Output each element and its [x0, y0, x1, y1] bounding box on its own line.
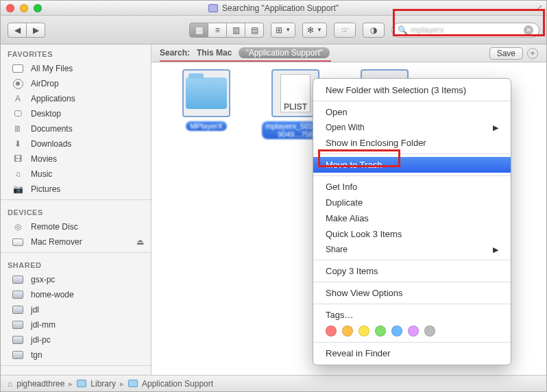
forward-button[interactable]: ▶: [26, 23, 45, 38]
path-library[interactable]: Library: [90, 379, 116, 389]
path-bar: ⌂ pigheadthree ▸ Library ▸ Application S…: [1, 375, 546, 391]
desktop-icon: 🖵: [12, 108, 24, 119]
icon-view-button[interactable]: ▦: [189, 23, 208, 38]
sidebar-item-all-my-files[interactable]: All My Files: [1, 61, 151, 76]
remote-disc-icon: ◎: [12, 221, 24, 232]
sidebar-item-label: Downloads: [31, 139, 71, 149]
nav-buttons: ◀ ▶: [8, 23, 45, 38]
eject-icon[interactable]: ⏏: [136, 237, 144, 247]
share-icon: ☞: [341, 25, 349, 35]
sidebar-item-jdl-pc[interactable]: jdl-pc: [1, 332, 151, 347]
chevron-right-icon: ▶: [493, 245, 498, 254]
tag-blue[interactable]: [391, 326, 402, 336]
sidebar-item-jdl-mm[interactable]: jdl-mm: [1, 317, 151, 332]
result-folder-label: MPlayerX: [186, 121, 227, 131]
sidebar-item-desktop[interactable]: 🖵Desktop: [1, 106, 151, 121]
tag-yellow[interactable]: [358, 326, 369, 336]
ctx-new-folder-selection[interactable]: New Folder with Selection (3 Items): [313, 82, 511, 98]
column-view-button[interactable]: ▥: [226, 23, 245, 38]
search-icon: 🔍: [398, 25, 408, 35]
sidebar-item-downloads[interactable]: ⬇Downloads: [1, 136, 151, 151]
sidebar-item-label: Mac Remover: [31, 237, 82, 247]
add-search-rule-button[interactable]: ＋: [527, 48, 538, 59]
sidebar-item-gsx-pc[interactable]: gsx-pc: [1, 272, 151, 287]
path-appsupport[interactable]: Application Support: [142, 379, 213, 389]
share-button[interactable]: ☞: [334, 23, 356, 38]
sidebar-item-label: tgn: [31, 350, 42, 360]
ctx-quick-look[interactable]: Quick Look 3 Items: [313, 226, 511, 242]
applications-icon: A: [12, 93, 24, 104]
ctx-make-alias[interactable]: Make Alias: [313, 210, 511, 226]
sidebar-item-label: Applications: [31, 94, 75, 103]
sidebar-item-label: Desktop: [31, 109, 61, 119]
tag-orange[interactable]: [342, 326, 353, 336]
scope-this-mac[interactable]: This Mac: [197, 48, 232, 58]
sidebar-item-movies[interactable]: 🎞Movies: [1, 151, 151, 167]
shared-header: SHARED: [1, 256, 151, 272]
tag-purple[interactable]: [408, 326, 419, 336]
tag-green[interactable]: [375, 326, 386, 336]
tag-red[interactable]: [326, 326, 337, 336]
search-query-text: mplayerx: [411, 25, 444, 35]
ctx-reveal-in-finder[interactable]: Reveal in Finder: [313, 345, 511, 361]
search-folder-icon: [208, 4, 218, 12]
ctx-share[interactable]: Share▶: [313, 242, 511, 257]
plist-icon: PLIST: [280, 74, 311, 112]
toolbar: ◀ ▶ ▦ ≡ ▥ ▤ ⊞▼ ✻▼ ☞ ◑ 🔍 mplayerx ✕: [1, 16, 546, 45]
sidebar-item-mac-remover[interactable]: Mac Remover⏏: [1, 234, 151, 249]
back-button[interactable]: ◀: [8, 23, 27, 38]
search-scope-label: Search:: [160, 48, 190, 58]
ctx-move-to-trash[interactable]: Move to Trash: [313, 157, 511, 173]
ctx-copy[interactable]: Copy 3 Items: [313, 263, 511, 279]
arrange-icon: ⊞: [276, 25, 282, 35]
tag-icon: ◑: [370, 25, 377, 35]
chevron-right-icon: ▶: [493, 123, 498, 132]
sidebar-item-airdrop[interactable]: AirDrop: [1, 76, 151, 91]
ctx-open-with[interactable]: Open With▶: [313, 120, 511, 135]
ctx-open[interactable]: Open: [313, 104, 511, 120]
music-icon: ♫: [12, 169, 24, 180]
clear-search-button[interactable]: ✕: [524, 25, 533, 35]
sidebar-item-documents[interactable]: 🗎Documents: [1, 121, 151, 136]
ctx-tags[interactable]: Tags…: [313, 307, 511, 323]
folder-icon: [186, 77, 227, 109]
sidebar-item-jdl[interactable]: jdl: [1, 302, 151, 317]
sidebar-item-tgn[interactable]: tgn: [1, 347, 151, 363]
list-view-button[interactable]: ≡: [208, 23, 227, 38]
network-computer-icon: [12, 306, 23, 314]
save-search-button[interactable]: Save: [489, 47, 523, 60]
sidebar-item-applications[interactable]: AApplications: [1, 91, 151, 106]
tags-button[interactable]: ◑: [363, 23, 385, 38]
ctx-show-enclosing[interactable]: Show in Enclosing Folder: [313, 135, 511, 151]
result-folder[interactable]: MPlayerX: [179, 69, 234, 131]
sidebar-item-remote-disc[interactable]: ◎Remote Disc: [1, 219, 151, 234]
search-field[interactable]: 🔍 mplayerx ✕: [391, 23, 539, 38]
window-title-text: Searching "Application Support": [222, 3, 339, 13]
arrange-button[interactable]: ⊞▼: [271, 23, 295, 38]
devices-header: DEVICES: [1, 203, 151, 219]
scope-current-folder[interactable]: "Application Support": [239, 47, 330, 58]
ctx-duplicate[interactable]: Duplicate: [313, 195, 511, 210]
movies-icon: 🎞: [12, 154, 24, 164]
network-computer-icon: [12, 336, 23, 344]
sidebar-item-label: jdl: [31, 305, 39, 315]
sidebar-item-label: AirDrop: [31, 79, 59, 88]
sidebar-item-label: Pictures: [31, 184, 60, 194]
tag-gray[interactable]: [424, 326, 435, 336]
disk-icon: [12, 238, 23, 246]
coverflow-view-button[interactable]: ▤: [245, 23, 264, 38]
fullscreen-icon[interactable]: ⤢: [537, 3, 542, 11]
sidebar-item-music[interactable]: ♫Music: [1, 167, 151, 182]
ctx-view-options[interactable]: Show View Options: [313, 285, 511, 301]
sidebar-item-label: Documents: [31, 124, 73, 134]
downloads-icon: ⬇: [12, 138, 24, 149]
path-home[interactable]: pigheadthree: [16, 379, 64, 389]
sidebar-item-label: home-wode: [31, 290, 74, 299]
home-icon: ⌂: [8, 379, 12, 389]
sidebar-item-home-wode[interactable]: home-wode: [1, 287, 151, 302]
tags-header: TAGS: [1, 369, 151, 375]
view-mode-segmented: ▦ ≡ ▥ ▤: [189, 23, 264, 38]
sidebar-item-pictures[interactable]: 📷Pictures: [1, 182, 151, 197]
ctx-get-info[interactable]: Get Info: [313, 179, 511, 195]
action-button[interactable]: ✻▼: [302, 23, 327, 38]
